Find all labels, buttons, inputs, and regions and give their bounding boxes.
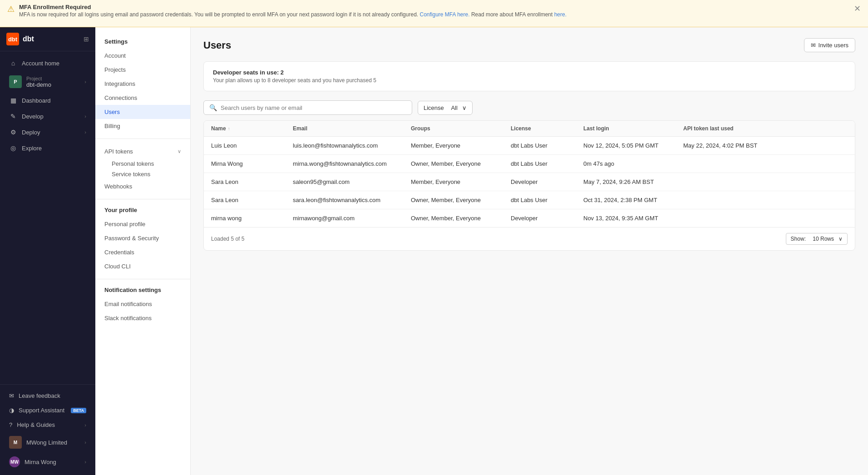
dbt-logo-icon: dbt bbox=[6, 33, 19, 45]
table-row[interactable]: mirna wong mirnawong@gmail.com Owner, Me… bbox=[204, 209, 855, 227]
cell-email-0: luis.leon@fishtownanalytics.com bbox=[293, 142, 411, 149]
notification-section-title: Notification settings bbox=[95, 285, 190, 297]
header-name[interactable]: Name ↑ bbox=[211, 125, 293, 132]
cell-last-login-2: May 7, 2024, 9:26 AM BST bbox=[583, 178, 683, 185]
settings-item-webhooks[interactable]: Webhooks bbox=[95, 179, 190, 193]
sidebar-item-leave-feedback[interactable]: ✉ Leave feedback bbox=[3, 389, 93, 403]
cell-last-login-1: 0m 47s ago bbox=[583, 160, 683, 167]
mfa-banner-content: MFA Enrollment Required MFA is now requi… bbox=[19, 4, 861, 18]
cell-name-0: Luis Leon bbox=[211, 142, 293, 149]
api-tokens-chevron-icon: ∨ bbox=[178, 148, 181, 154]
settings-item-billing[interactable]: Billing bbox=[95, 119, 190, 133]
license-filter-button[interactable]: License All ∨ bbox=[418, 101, 473, 115]
sidebar-item-project[interactable]: P Project dbt-demo › bbox=[3, 71, 93, 92]
cell-name-1: Mirna Wong bbox=[211, 160, 293, 167]
sidebar-item-dashboard[interactable]: ▦ Dashboard bbox=[3, 93, 93, 108]
sidebar: dbt dbt ⊞ ⌂ Account home P Project dbt-d bbox=[0, 27, 95, 475]
cell-license-4: Developer bbox=[511, 215, 583, 222]
cell-email-3: sara.leon@fishtownanalytics.com bbox=[293, 197, 411, 203]
table-row[interactable]: Sara Leon sara.leon@fishtownanalytics.co… bbox=[204, 191, 855, 209]
feedback-icon: ✉ bbox=[9, 392, 14, 399]
table-row[interactable]: Mirna Wong mirna.wong@fishtownanalytics.… bbox=[204, 155, 855, 173]
search-box: 🔍 bbox=[203, 100, 412, 115]
project-icon: P bbox=[9, 75, 22, 88]
help-chevron-icon: › bbox=[84, 422, 86, 428]
page-title: Users bbox=[203, 40, 231, 51]
cell-email-1: mirna.wong@fishtownanalytics.com bbox=[293, 160, 411, 167]
table-row[interactable]: Luis Leon luis.leon@fishtownanalytics.co… bbox=[204, 137, 855, 155]
settings-section-title: Settings bbox=[95, 36, 190, 49]
cell-name-4: mirna wong bbox=[211, 215, 293, 222]
sidebar-logo: dbt dbt ⊞ bbox=[0, 27, 95, 51]
settings-divider bbox=[95, 139, 190, 139]
settings-item-service-tokens[interactable]: Service tokens bbox=[95, 169, 190, 179]
sidebar-bottom: ✉ Leave feedback ◑ Support Assistant BET… bbox=[0, 384, 95, 475]
develop-chevron-icon: › bbox=[84, 114, 86, 119]
grid-icon[interactable]: ⊞ bbox=[84, 35, 89, 43]
user-avatar: MW bbox=[9, 456, 20, 467]
show-rows-button[interactable]: Show: 10 Rows ∨ bbox=[786, 233, 848, 245]
sidebar-item-help-guides[interactable]: ? Help & Guides › bbox=[3, 418, 93, 432]
envelope-icon: ✉ bbox=[811, 42, 816, 49]
users-table: Name ↑ Email Groups License Last login bbox=[203, 120, 855, 251]
sidebar-nav: ⌂ Account home P Project dbt-demo › bbox=[0, 51, 95, 384]
search-icon: 🔍 bbox=[209, 104, 217, 111]
cell-license-2: Developer bbox=[511, 178, 583, 185]
settings-divider-2 bbox=[95, 199, 190, 199]
settings-api-tokens-header[interactable]: API tokens ∨ bbox=[95, 144, 190, 158]
sidebar-item-user[interactable]: MW Mirna Wong › bbox=[3, 453, 93, 471]
sidebar-item-deploy[interactable]: ⚙ Deploy › bbox=[3, 124, 93, 140]
page-header: Users ✉ Invite users bbox=[203, 38, 855, 52]
sidebar-item-explore[interactable]: ◎ Explore bbox=[3, 140, 93, 156]
settings-sidebar: Settings Account Projects Integrations C… bbox=[95, 27, 191, 475]
settings-item-cloud-cli[interactable]: Cloud CLI bbox=[95, 259, 190, 273]
user-chevron-icon: › bbox=[84, 459, 86, 465]
cell-last-login-3: Oct 31, 2024, 2:38 PM GMT bbox=[583, 197, 683, 203]
settings-item-personal-profile[interactable]: Personal profile bbox=[95, 217, 190, 231]
cell-groups-2: Member, Everyone bbox=[411, 178, 511, 185]
settings-item-personal-tokens[interactable]: Personal tokens bbox=[95, 158, 190, 169]
org-chevron-icon: › bbox=[84, 440, 86, 445]
settings-item-email-notifications[interactable]: Email notifications bbox=[95, 297, 190, 311]
develop-icon: ✎ bbox=[9, 113, 17, 120]
explore-icon: ◎ bbox=[9, 144, 17, 152]
cell-license-1: dbt Labs User bbox=[511, 160, 583, 167]
sidebar-item-account-home[interactable]: ⌂ Account home bbox=[3, 55, 93, 71]
mfa-banner-close-button[interactable]: ✕ bbox=[852, 4, 863, 14]
support-icon: ◑ bbox=[9, 407, 14, 414]
configure-mfa-link[interactable]: Configure MFA here. bbox=[419, 11, 469, 18]
settings-item-integrations[interactable]: Integrations bbox=[95, 77, 190, 91]
read-more-link[interactable]: here. bbox=[554, 11, 567, 18]
settings-divider-3 bbox=[95, 279, 190, 279]
settings-item-projects[interactable]: Projects bbox=[95, 63, 190, 77]
mfa-banner: ⚠ MFA Enrollment Required MFA is now req… bbox=[0, 0, 868, 27]
page-area: Users ✉ Invite users Developer seats in … bbox=[191, 27, 868, 475]
help-icon: ? bbox=[9, 421, 12, 428]
warning-icon: ⚠ bbox=[7, 4, 15, 14]
seats-info-sub: Your plan allows up to 8 developer seats… bbox=[213, 77, 846, 84]
invite-users-button[interactable]: ✉ Invite users bbox=[804, 38, 855, 52]
search-input[interactable] bbox=[221, 104, 406, 111]
settings-item-credentials[interactable]: Credentials bbox=[95, 245, 190, 259]
loaded-count: Loaded 5 of 5 bbox=[211, 236, 244, 242]
cell-email-4: mirnawong@gmail.com bbox=[293, 215, 411, 222]
sidebar-item-develop[interactable]: ✎ Develop › bbox=[3, 109, 93, 124]
filter-chevron-icon: ∨ bbox=[462, 104, 467, 111]
settings-item-users[interactable]: Users bbox=[95, 105, 190, 119]
sidebar-item-org[interactable]: M MWong Limited › bbox=[3, 432, 93, 452]
settings-item-slack-notifications[interactable]: Slack notifications bbox=[95, 311, 190, 325]
sort-icon: ↑ bbox=[228, 126, 230, 131]
your-profile-title: Your profile bbox=[95, 205, 190, 217]
table-body: Luis Leon luis.leon@fishtownanalytics.co… bbox=[204, 137, 855, 227]
table-row[interactable]: Sara Leon saleon95@gmail.com Member, Eve… bbox=[204, 173, 855, 191]
header-license: License bbox=[511, 125, 583, 132]
settings-item-password-security[interactable]: Password & Security bbox=[95, 231, 190, 245]
sidebar-item-support-assistant[interactable]: ◑ Support Assistant BETA bbox=[3, 403, 93, 417]
deploy-chevron-icon: › bbox=[84, 129, 86, 135]
beta-badge: BETA bbox=[71, 408, 86, 413]
dashboard-icon: ▦ bbox=[9, 97, 17, 104]
settings-item-connections[interactable]: Connections bbox=[95, 91, 190, 105]
cell-license-0: dbt Labs User bbox=[511, 142, 583, 149]
sidebar-logo-mark: dbt dbt bbox=[6, 33, 34, 45]
settings-item-account[interactable]: Account bbox=[95, 49, 190, 63]
